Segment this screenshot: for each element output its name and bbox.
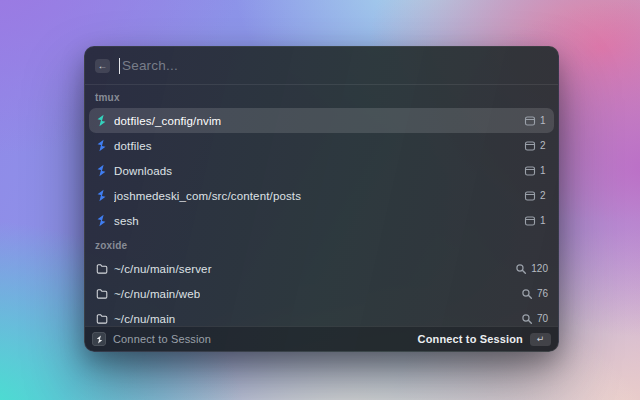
list-item[interactable]: joshmedeski_com/src/content/posts2 <box>89 183 554 208</box>
list-item-label: joshmedeski_com/src/content/posts <box>114 190 301 202</box>
window-icon <box>524 215 536 227</box>
list-item-label: ~/c/nu/main/web <box>114 288 200 300</box>
folder-icon <box>95 287 108 300</box>
item-count: 1 <box>540 165 548 176</box>
window-icon <box>524 190 536 202</box>
item-count: 1 <box>540 115 548 126</box>
window-icon <box>524 140 536 152</box>
window-icon <box>524 115 536 127</box>
bolt-icon <box>95 164 108 177</box>
list-item-label: dotfiles/_config/nvim <box>114 115 221 127</box>
list-item[interactable]: sesh1 <box>89 208 554 233</box>
search-input[interactable]: Search... <box>122 58 178 73</box>
item-accessory: 70 <box>521 313 548 325</box>
list-item-label: ~/c/nu/main <box>114 313 175 325</box>
section-header-zoxide: zoxide <box>89 233 554 256</box>
list-item[interactable]: ~/c/nu/main/server120 <box>89 256 554 281</box>
sesh-logo-icon <box>92 332 106 346</box>
list-item-label: ~/c/nu/main/server <box>114 263 212 275</box>
magnifier-icon <box>521 313 533 325</box>
folder-icon <box>95 262 108 275</box>
item-count: 2 <box>540 190 548 201</box>
return-glyph: ↵ <box>537 334 545 344</box>
folder-icon <box>95 312 108 325</box>
text-cursor <box>119 58 120 74</box>
list-item[interactable]: ~/c/nu/main70 <box>89 306 554 326</box>
list-item-label: sesh <box>114 215 139 227</box>
enter-key-icon: ↵ <box>530 333 551 346</box>
search-bar: ← Search... <box>85 47 558 85</box>
item-accessory: 2 <box>524 140 548 152</box>
bolt-icon <box>95 139 108 152</box>
list-item-label: Downloads <box>114 165 172 177</box>
item-accessory: 1 <box>524 215 548 227</box>
item-accessory: 76 <box>521 288 548 300</box>
item-accessory: 1 <box>524 115 548 127</box>
item-count: 1 <box>540 215 548 226</box>
window-icon <box>524 165 536 177</box>
arrow-left-icon: ← <box>98 59 108 73</box>
list-item[interactable]: dotfiles2 <box>89 133 554 158</box>
list-item-label: dotfiles <box>114 140 152 152</box>
item-count: 120 <box>531 263 548 274</box>
bolt-icon <box>95 114 108 127</box>
magnifier-icon <box>515 263 527 275</box>
section-header-tmux: tmux <box>89 85 554 108</box>
back-button[interactable]: ← <box>95 59 110 73</box>
bolt-icon <box>95 214 108 227</box>
primary-action-label[interactable]: Connect to Session <box>418 333 523 345</box>
item-count: 70 <box>537 313 548 324</box>
primary-action[interactable]: Connect to Session ↵ <box>418 333 551 346</box>
list-item[interactable]: Downloads1 <box>89 158 554 183</box>
sesh-launcher-window: ← Search... tmuxdotfiles/_config/nvim1do… <box>84 46 559 352</box>
magnifier-icon <box>521 288 533 300</box>
item-count: 76 <box>537 288 548 299</box>
desktop-background: ← Search... tmuxdotfiles/_config/nvim1do… <box>0 0 640 400</box>
bolt-icon <box>95 189 108 202</box>
footer-app-label: Connect to Session <box>113 333 211 345</box>
item-accessory: 1 <box>524 165 548 177</box>
results-list: tmuxdotfiles/_config/nvim1dotfiles2Downl… <box>85 85 558 326</box>
item-count: 2 <box>540 140 548 151</box>
list-item[interactable]: ~/c/nu/main/web76 <box>89 281 554 306</box>
list-item[interactable]: dotfiles/_config/nvim1 <box>89 108 554 133</box>
item-accessory: 2 <box>524 190 548 202</box>
action-bar: Connect to Session Connect to Session ↵ <box>85 326 558 351</box>
item-accessory: 120 <box>515 263 548 275</box>
